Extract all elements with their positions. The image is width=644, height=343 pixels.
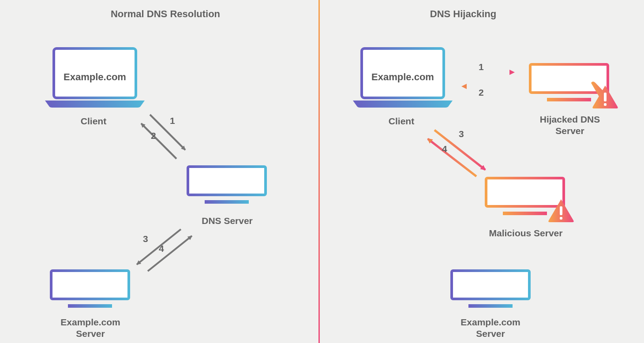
svg-line-27 xyxy=(148,236,192,271)
svg-rect-12 xyxy=(205,200,249,204)
hijack-client-laptop-icon: Example.com xyxy=(352,47,453,108)
hijacked-dns-server-icon xyxy=(528,62,620,110)
svg-rect-40 xyxy=(604,93,607,101)
title-hijack: DNS Hijacking xyxy=(406,8,520,20)
hijack-step-3: 3 xyxy=(459,129,464,139)
label-malicious-server: Malicious Server xyxy=(482,227,570,239)
client-laptop-icon: Example.com xyxy=(44,47,146,108)
arrows-client-dns xyxy=(132,106,207,168)
label-client: Client xyxy=(49,116,138,127)
center-divider xyxy=(318,0,321,343)
arrows-client-malicious xyxy=(423,119,503,181)
svg-rect-65 xyxy=(468,304,513,308)
label-real-origin: Example.com Server xyxy=(446,317,535,340)
step-3: 3 xyxy=(143,234,148,244)
malicious-server-icon xyxy=(483,175,576,224)
title-normal: Normal DNS Resolution xyxy=(108,8,223,20)
svg-rect-54 xyxy=(560,217,562,220)
hijack-client-url: Example.com xyxy=(371,71,434,82)
svg-rect-53 xyxy=(560,206,562,215)
svg-rect-23 xyxy=(68,304,112,308)
client-url: Example.com xyxy=(64,71,126,82)
dns-server-icon xyxy=(185,164,269,208)
hijack-step-1: 1 xyxy=(479,62,484,72)
arrows-dns-origin xyxy=(124,216,207,278)
label-hijacked-dns: Hijacked DNS Server xyxy=(526,114,614,137)
step-2: 2 xyxy=(151,130,156,141)
diagram-stage: Normal DNS Resolution Example.com Client… xyxy=(0,0,644,343)
hijack-step-2: 2 xyxy=(479,87,484,98)
hijack-step-4: 4 xyxy=(442,144,447,154)
step-4: 4 xyxy=(159,243,164,254)
arrows-client-hijacked xyxy=(459,64,525,95)
step-1: 1 xyxy=(170,116,175,126)
origin-server-icon xyxy=(49,268,132,312)
svg-rect-41 xyxy=(604,103,607,106)
real-origin-server-icon xyxy=(449,268,533,312)
label-origin-server: Example.com Server xyxy=(46,317,135,340)
svg-rect-39 xyxy=(547,98,591,101)
svg-rect-52 xyxy=(503,212,547,215)
svg-line-25 xyxy=(141,123,176,159)
svg-rect-0 xyxy=(318,0,320,343)
